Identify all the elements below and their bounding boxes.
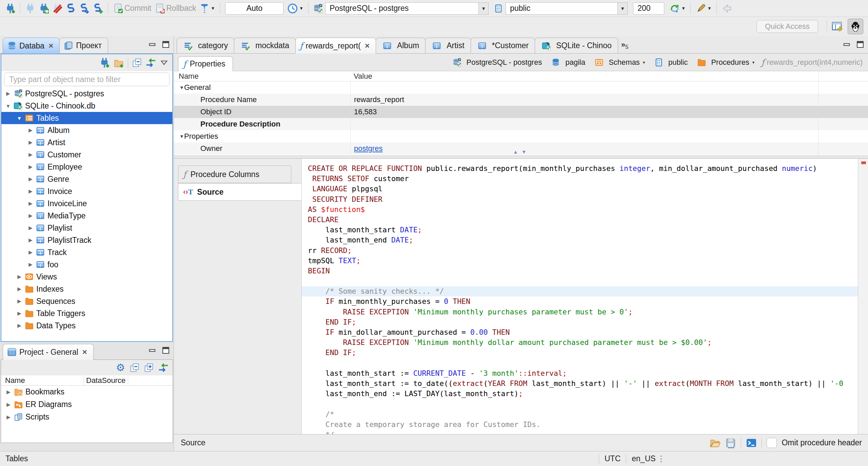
project-item-er-diagrams[interactable]: ▶ER Diagrams xyxy=(1,398,173,411)
chevron-right-icon[interactable]: ▶ xyxy=(17,310,22,316)
chevron-down-icon[interactable]: ▼ xyxy=(179,134,184,139)
code-line-1[interactable]: CREATE OR REPLACE FUNCTION public.reward… xyxy=(308,163,868,174)
tree-item-views[interactable]: ▶Views xyxy=(1,271,172,283)
tree-item-sqlite-chinook-db[interactable]: ▼SQLite - Chinook.db xyxy=(1,100,172,112)
minimize-icon[interactable] xyxy=(148,40,157,49)
new-connection-icon[interactable] xyxy=(99,58,110,68)
save-to-file-icon[interactable] xyxy=(725,438,736,448)
code-line-18[interactable]: RAISE EXCEPTION 'Minimum monthly dollar … xyxy=(308,337,868,348)
column-header-value[interactable]: Value xyxy=(350,72,868,81)
collapse-all-icon[interactable] xyxy=(132,58,142,67)
maximize-icon[interactable] xyxy=(161,40,170,49)
code-line-27[interactable]: */ xyxy=(308,430,868,434)
close-icon[interactable]: × xyxy=(48,41,53,51)
property-row-properties[interactable]: ▼Properties xyxy=(174,130,868,142)
chevron-right-icon[interactable]: ▶ xyxy=(28,176,33,182)
project-item-bookmarks[interactable]: ▶Bookmarks xyxy=(1,386,173,398)
column-header-datasource[interactable]: DataSource xyxy=(84,375,128,385)
column-header-name[interactable]: Name xyxy=(174,72,350,81)
maximize-icon[interactable] xyxy=(856,40,865,49)
tree-item-invoice[interactable]: ▶Invoice xyxy=(1,185,172,197)
editor-tab-rewards-report-[interactable]: ƒrewards_report(× xyxy=(295,38,376,54)
new-sql-script-button[interactable] xyxy=(91,1,105,16)
tab-project-navigator[interactable]: Проект xyxy=(59,38,108,53)
omit-header-checkbox[interactable] xyxy=(767,438,777,448)
rollback-button[interactable]: Rollback xyxy=(153,1,198,16)
back-button[interactable] xyxy=(720,1,733,16)
tree-item-mediatype[interactable]: ▶MediaType xyxy=(1,210,172,222)
breadcrumb-item-schemas[interactable]: Schemas▾ xyxy=(592,58,645,67)
source-code[interactable]: CREATE OR REPLACE FUNCTION public.reward… xyxy=(302,159,868,434)
connection-dropdown-button[interactable]: ▼ xyxy=(478,2,489,15)
code-line-11[interactable]: BEGIN xyxy=(308,266,868,276)
arrow-down-icon[interactable]: ▼ xyxy=(521,149,527,155)
code-line-8[interactable]: last_month_end DATE; xyxy=(308,235,868,245)
editor-tab-mockdata[interactable]: mockdata xyxy=(234,38,296,53)
status-locale[interactable]: en_US xyxy=(632,454,655,463)
tree-item-album[interactable]: ▶Album xyxy=(1,124,172,136)
vertical-scrollbar[interactable] xyxy=(858,159,868,434)
code-line-16[interactable]: END IF; xyxy=(308,317,868,327)
auto-sync-button[interactable]: ▼ xyxy=(668,1,687,16)
code-line-4[interactable]: SECURITY DEFINER xyxy=(308,194,868,205)
tree-item-playlist[interactable]: ▶Playlist xyxy=(1,222,172,234)
fetch-size-input[interactable]: 200 xyxy=(633,2,664,15)
settings-gear-icon[interactable]: ⚙ xyxy=(116,363,125,373)
link-with-editor-icon[interactable] xyxy=(146,58,156,68)
chevron-right-icon[interactable]: ▶ xyxy=(28,225,33,231)
schema-select[interactable]: public xyxy=(506,2,617,15)
editor-tab-artist[interactable]: Artist xyxy=(425,38,471,53)
code-line-3[interactable]: LANGUAGE plpgsql xyxy=(308,184,868,194)
code-line-14[interactable]: IF min_monthly_purchases = 0 THEN xyxy=(308,296,868,307)
code-line-22[interactable]: last_month_start := to_date((extract(YEA… xyxy=(308,378,868,389)
open-perspective-button[interactable] xyxy=(830,19,844,34)
arrow-up-icon[interactable]: ▲ xyxy=(513,149,518,155)
side-tab-procedure-columns[interactable]: ƒProcedure Columns xyxy=(178,166,291,183)
close-icon[interactable]: × xyxy=(82,347,87,357)
code-line-12[interactable] xyxy=(308,276,868,286)
breadcrumb-item-postgresql-postgres[interactable]: PostgreSQL - postgres xyxy=(450,58,542,67)
chevron-right-icon[interactable]: ▶ xyxy=(28,127,33,133)
chevron-down-icon[interactable]: ▼ xyxy=(17,115,22,121)
chevron-right-icon[interactable]: ▶ xyxy=(5,91,11,97)
chevron-down-icon[interactable]: ▼ xyxy=(179,85,184,90)
code-line-20[interactable] xyxy=(308,358,868,368)
reconnect-button[interactable] xyxy=(37,1,51,16)
tree-item-data-types[interactable]: ▶Data Types xyxy=(1,319,172,332)
tree-item-artist[interactable]: ▶Artist xyxy=(1,136,172,149)
code-line-7[interactable]: last_month_start DATE; xyxy=(308,225,868,235)
maximize-icon[interactable] xyxy=(161,346,170,355)
source-code-area[interactable]: CREATE OR REPLACE FUNCTION public.reward… xyxy=(301,159,868,434)
transaction-mode-button[interactable]: ▼ xyxy=(198,1,217,16)
commit-mode-select[interactable]: Auto xyxy=(225,2,283,15)
breadcrumb-item-pagila[interactable]: pagila xyxy=(549,58,585,67)
expand-all-icon[interactable] xyxy=(144,363,154,372)
tree-item-sequences[interactable]: ▶Sequences xyxy=(1,295,172,307)
owner-link[interactable]: postgres xyxy=(354,144,382,153)
code-line-19[interactable]: END IF; xyxy=(308,348,868,358)
code-line-23[interactable]: last_month_end := LAST_DAY(last_month_st… xyxy=(308,389,868,399)
code-line-24[interactable] xyxy=(308,399,868,409)
chevron-right-icon[interactable]: ▶ xyxy=(28,164,33,170)
commit-button[interactable]: Commit xyxy=(111,1,153,16)
chevron-down-icon[interactable]: ▼ xyxy=(5,103,11,109)
editor-tab--customer[interactable]: *Customer xyxy=(471,38,535,53)
breadcrumb-item-procedures[interactable]: Procedures▾ xyxy=(694,58,754,67)
open-sql-script-button[interactable] xyxy=(78,1,91,16)
code-line-9[interactable]: rr RECORD; xyxy=(308,246,868,256)
tree-item-employee[interactable]: ▶Employee xyxy=(1,161,172,173)
new-connection-button[interactable] xyxy=(3,1,17,16)
property-row-procedure-name[interactable]: Procedure Namerewards_report xyxy=(174,94,868,106)
tree-item-postgresql-postgres[interactable]: ▶PostgreSQL - postgres xyxy=(1,88,172,100)
tab-overflow-indicator[interactable]: »5 xyxy=(621,40,629,51)
chevron-right-icon[interactable]: ▶ xyxy=(17,286,22,292)
object-filter-input[interactable]: Type part of object name to filter xyxy=(4,73,170,86)
code-line-5[interactable]: AS $function$ xyxy=(308,205,868,215)
chevron-right-icon[interactable]: ▶ xyxy=(17,274,22,280)
status-timezone[interactable]: UTC xyxy=(605,454,620,463)
connect-button[interactable] xyxy=(23,1,37,16)
code-line-6[interactable]: DECLARE xyxy=(308,215,868,225)
editor-tab-album[interactable]: Album xyxy=(376,38,426,53)
edit-highlight-button[interactable]: ▼ xyxy=(694,1,713,16)
tree-item-genre[interactable]: ▶Genre xyxy=(1,173,172,185)
